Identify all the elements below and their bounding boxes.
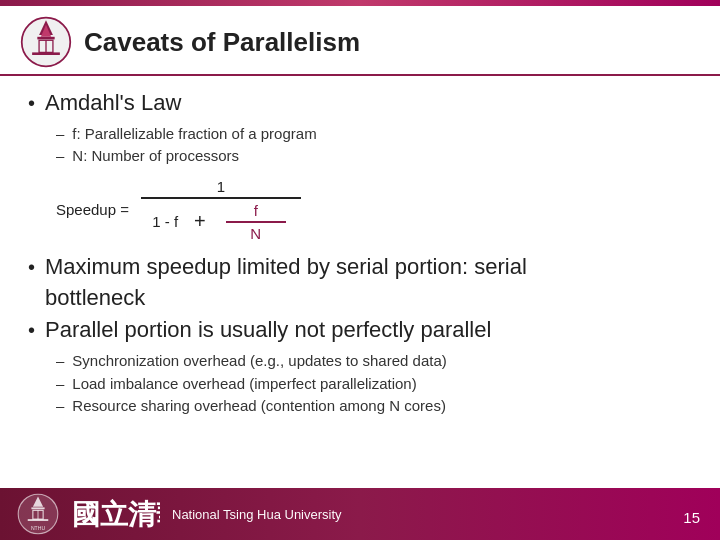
amdahls-law-text: Amdahl's Law — [45, 88, 181, 119]
sub-bullet-resource-text: Resource sharing overhead (contention am… — [72, 395, 446, 418]
svg-text:國立清華大學: 國立清華大學 — [72, 498, 160, 530]
bullet-max-speedup: • Maximum speedup limited by serial port… — [28, 252, 692, 314]
sub-bullet-resource: – Resource sharing overhead (contention … — [56, 395, 692, 418]
svg-text:NTHU: NTHU — [31, 525, 46, 531]
footer-chinese-logo: 國立清華大學 — [70, 492, 160, 536]
sub-bullet-load-text: Load imbalance overhead (imperfect paral… — [72, 373, 416, 396]
dash-load: – — [56, 373, 64, 396]
svg-rect-12 — [28, 519, 49, 521]
formula-fraction: 1 1 - f + f N — [141, 178, 301, 242]
fraction-fn: f N — [226, 202, 286, 242]
page-title: Caveats of Parallelism — [84, 27, 360, 58]
sub-bullet-load: – Load imbalance overhead (imperfect par… — [56, 373, 692, 396]
formula-numerator: 1 — [217, 178, 225, 197]
parallel-sub-bullets: – Synchronization overhead (e.g., update… — [56, 350, 692, 418]
bullet-dot-1: • — [28, 89, 35, 117]
max-speedup-text: Maximum speedup limited by serial portio… — [45, 252, 527, 314]
max-speedup-line2: bottleneck — [45, 283, 527, 314]
formula-denominator: 1 - f + f N — [152, 199, 290, 242]
sub-bullet-sync: – Synchronization overhead (e.g., update… — [56, 350, 692, 373]
sub-bullet-n-text: N: Number of processors — [72, 145, 239, 168]
formula-section: Speedup = 1 1 - f + f N — [56, 178, 692, 242]
fn-denominator: N — [250, 223, 261, 242]
bullet-parallel-portion: • Parallel portion is usually not perfec… — [28, 315, 692, 346]
main-content: • Amdahl's Law – f: Parallelizable fract… — [0, 76, 720, 438]
sub-bullet-f-text: f: Parallelizable fraction of a program — [72, 123, 316, 146]
header: Caveats of Parallelism — [0, 6, 720, 76]
bullet-amdahls-law: • Amdahl's Law — [28, 88, 692, 119]
fn-numerator: f — [254, 202, 258, 221]
dash-n: – — [56, 145, 64, 168]
svg-rect-9 — [31, 507, 44, 509]
footer-university-name: National Tsing Hua University — [172, 507, 342, 522]
amdahls-sub-bullets: – f: Parallelizable fraction of a progra… — [56, 123, 692, 168]
svg-rect-6 — [32, 52, 60, 55]
footer-university-logo: NTHU — [16, 492, 60, 536]
svg-rect-3 — [37, 37, 54, 40]
plus-sign: + — [194, 210, 206, 233]
footer-page-number: 15 — [683, 509, 700, 526]
dash-resource: – — [56, 395, 64, 418]
parallel-portion-text: Parallel portion is usually not perfectl… — [45, 315, 491, 346]
sub-bullet-n: – N: Number of processors — [56, 145, 692, 168]
sub-bullet-f: – f: Parallelizable fraction of a progra… — [56, 123, 692, 146]
dash-sync: – — [56, 350, 64, 373]
sub-bullet-sync-text: Synchronization overhead (e.g., updates … — [72, 350, 446, 373]
bullet-dot-3: • — [28, 316, 35, 344]
footer: NTHU 國立清華大學 National Tsing Hua Universit… — [0, 488, 720, 540]
speedup-label: Speedup = — [56, 201, 129, 218]
dash-f: – — [56, 123, 64, 146]
denominator-left: 1 - f — [152, 213, 178, 230]
university-logo — [20, 16, 72, 68]
max-speedup-line1: Maximum speedup limited by serial portio… — [45, 252, 527, 283]
bullet-dot-2: • — [28, 253, 35, 281]
